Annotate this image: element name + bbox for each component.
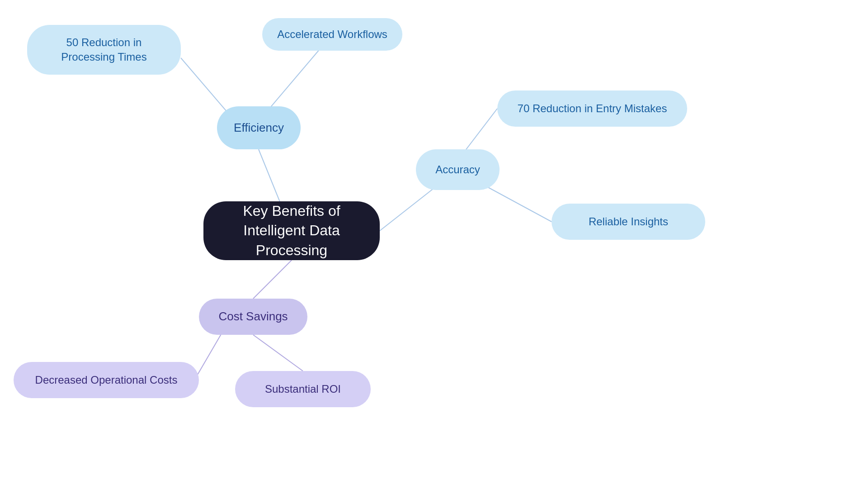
roi-node: Substantial ROI [235,371,371,407]
efficiency-label: Efficiency [234,120,284,136]
accuracy-node: Accuracy [416,149,500,190]
processing-times-label: 50 Reduction in Processing Times [40,35,168,65]
center-node-label: Key Benefits of Intelligent Data Process… [216,201,367,260]
svg-line-8 [253,335,303,371]
accel-workflows-label: Accelerated Workflows [277,27,387,42]
efficiency-node: Efficiency [217,106,301,149]
svg-line-6 [253,260,292,299]
processing-times-node: 50 Reduction in Processing Times [27,25,181,75]
accuracy-label: Accuracy [435,162,480,177]
accel-workflows-node: Accelerated Workflows [262,18,402,51]
entry-mistakes-node: 70 Reduction in Entry Mistakes [497,90,687,127]
entry-mistakes-label: 70 Reduction in Entry Mistakes [518,101,667,116]
reliable-insights-label: Reliable Insights [589,214,668,229]
reliable-insights-node: Reliable Insights [552,204,705,240]
roi-label: Substantial ROI [265,382,341,396]
ops-costs-node: Decreased Operational Costs [14,362,199,398]
cost-savings-label: Cost Savings [218,309,288,324]
cost-savings-node: Cost Savings [199,299,307,335]
ops-costs-label: Decreased Operational Costs [35,373,178,387]
center-node: Key Benefits of Intelligent Data Process… [203,201,380,260]
